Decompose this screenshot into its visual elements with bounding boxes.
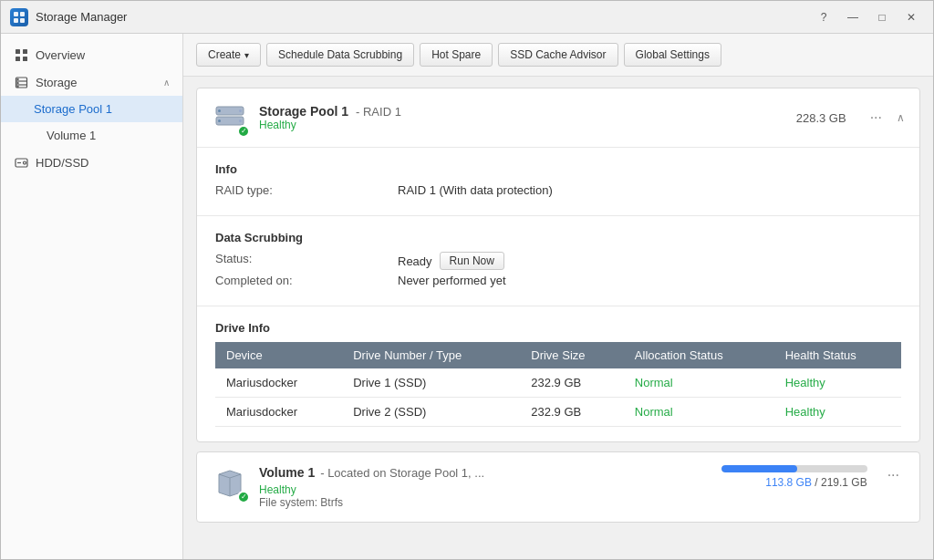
volume-storage: 113.8 GB / 219.1 GB (721, 465, 867, 489)
cell-device-1: Mariusdocker (215, 398, 342, 427)
svg-rect-5 (23, 49, 27, 54)
scrubbing-status-text: Ready (398, 254, 432, 268)
sidebar-item-storage[interactable]: Storage ∧ (1, 68, 182, 96)
schedule-scrubbing-button[interactable]: Schedule Data Scrubbing (266, 43, 414, 67)
svg-rect-3 (20, 18, 25, 23)
storage-bar-container (721, 465, 867, 472)
sidebar-item-overview[interactable]: Overview (1, 41, 182, 68)
raid-type-row: RAID type: RAID 1 (With data protection) (215, 183, 901, 197)
pool-info-section: Info RAID type: RAID 1 (With data protec… (197, 148, 919, 216)
pool-name-row: Storage Pool 1 - RAID 1 (259, 104, 796, 119)
cell-drive-size-0: 232.9 GB (520, 368, 624, 398)
scrubbing-status-value: Ready Run Now (398, 252, 504, 270)
pool-collapse-button[interactable]: ∧ (897, 111, 905, 124)
pool-card: Storage Pool 1 - RAID 1 Healthy 228.3 GB… (196, 88, 920, 442)
svg-rect-7 (23, 57, 27, 61)
cell-drive-number-0: Drive 1 (SSD) (342, 368, 520, 398)
app-window: Storage Manager ? — □ ✕ Overview (0, 0, 934, 560)
window-controls: ? — □ ✕ (811, 8, 924, 26)
hot-spare-button[interactable]: Hot Spare (420, 43, 493, 67)
pool-name: Storage Pool 1 (259, 104, 348, 119)
sidebar: Overview Storage ∧ Storage Poo (1, 34, 183, 559)
main-area: Overview Storage ∧ Storage Poo (1, 34, 933, 559)
maximize-button[interactable]: □ (869, 8, 895, 26)
svg-rect-1 (20, 12, 25, 16)
completed-on-row: Completed on: Never performed yet (215, 274, 901, 287)
cell-health-0: Healthy (774, 368, 901, 398)
volume-name-row: Volume 1 - Located on Storage Pool 1, ..… (259, 465, 721, 480)
scrubbing-title: Data Scrubbing (215, 231, 901, 244)
svg-point-21 (239, 109, 242, 112)
col-drive-size: Drive Size (520, 342, 624, 368)
svg-rect-4 (16, 49, 20, 54)
volume-location: - Located on Storage Pool 1, ... (320, 466, 484, 480)
col-allocation-status: Allocation Status (624, 342, 774, 368)
global-settings-button[interactable]: Global Settings (624, 43, 721, 67)
storage-icon (14, 75, 28, 89)
overview-label: Overview (36, 48, 85, 62)
svg-rect-0 (14, 12, 18, 16)
col-drive-number: Drive Number / Type (342, 342, 520, 368)
volume-card: Volume 1 - Located on Storage Pool 1, ..… (196, 451, 920, 523)
volume-name: Volume 1 (259, 465, 315, 480)
sidebar-item-volume-1[interactable]: Volume 1 (1, 122, 182, 149)
sidebar-item-hdd-ssd[interactable]: HDD/SSD (1, 149, 182, 176)
titlebar: Storage Manager ? — □ ✕ (1, 1, 933, 34)
volume-more-button[interactable]: ··· (882, 465, 905, 485)
volume-icon (212, 465, 248, 502)
content-area: Create Schedule Data Scrubbing Hot Spare… (183, 34, 933, 559)
scrubbing-status-label: Status: (215, 252, 398, 270)
cell-device-0: Mariusdocker (215, 368, 342, 398)
app-icon (10, 8, 28, 26)
drive-info-section: Drive Info Device Drive Number / Type Dr… (197, 306, 919, 441)
raid-type-label: RAID type: (215, 183, 398, 197)
close-button[interactable]: ✕ (898, 8, 924, 26)
ssd-cache-button[interactable]: SSD Cache Advisor (498, 43, 617, 67)
pool-more-button[interactable]: ··· (865, 108, 887, 128)
info-section-title: Info (215, 162, 901, 176)
overview-icon (14, 47, 28, 62)
toolbar: Create Schedule Data Scrubbing Hot Spare… (183, 34, 933, 77)
volume-status-text: Healthy (259, 483, 721, 496)
table-header-row: Device Drive Number / Type Drive Size Al… (215, 342, 901, 368)
cell-drive-size-1: 232.9 GB (520, 398, 624, 427)
run-now-button[interactable]: Run Now (440, 252, 504, 270)
data-scrubbing-section: Data Scrubbing Status: Ready Run Now (197, 216, 919, 306)
pool-raid: - RAID 1 (356, 105, 401, 119)
volume-info: Volume 1 - Located on Storage Pool 1, ..… (259, 465, 721, 509)
raid-type-value: RAID 1 (With data protection) (398, 183, 553, 197)
pool-info: Storage Pool 1 - RAID 1 Healthy (259, 104, 796, 131)
storage-chevron: ∧ (163, 78, 170, 88)
volume-actions: ··· (882, 465, 905, 485)
table-row: Mariusdocker Drive 1 (SSD) 232.9 GB Norm… (215, 368, 901, 398)
completed-on-label: Completed on: (215, 274, 398, 287)
sidebar-item-storage-pool-1[interactable]: Storage Pool 1 (1, 96, 182, 122)
storage-total: 219.1 GB (821, 476, 867, 489)
storage-used: 113.8 GB (765, 476, 812, 489)
minimize-button[interactable]: — (840, 8, 866, 26)
pool-size: 228.3 GB (796, 111, 846, 125)
col-device: Device (215, 342, 342, 368)
pool-header: Storage Pool 1 - RAID 1 Healthy 228.3 GB… (197, 88, 919, 148)
pool-status-text: Healthy (259, 119, 796, 131)
cell-drive-number-1: Drive 2 (SSD) (342, 398, 520, 427)
scrubbing-status-row: Status: Ready Run Now (215, 252, 901, 270)
svg-rect-2 (14, 18, 18, 23)
app-title: Storage Manager (36, 10, 811, 24)
drive-table: Device Drive Number / Type Drive Size Al… (215, 342, 901, 427)
svg-point-12 (16, 82, 17, 83)
pool-icon (212, 99, 248, 136)
drive-table-body: Mariusdocker Drive 1 (SSD) 232.9 GB Norm… (215, 368, 901, 427)
completed-on-value: Never performed yet (398, 274, 506, 287)
help-button[interactable]: ? (811, 8, 836, 26)
hdd-ssd-label: HDD/SSD (36, 156, 89, 170)
volume-status-badge (237, 491, 250, 503)
col-health-status: Health Status (774, 342, 901, 368)
pool-actions: ··· ∧ (865, 108, 905, 128)
svg-point-22 (239, 119, 242, 122)
svg-point-19 (218, 109, 221, 112)
drive-info-title: Drive Info (215, 321, 901, 335)
create-button[interactable]: Create (196, 43, 261, 67)
cell-allocation-1: Normal (624, 398, 774, 427)
storage-separator: / (815, 476, 821, 489)
